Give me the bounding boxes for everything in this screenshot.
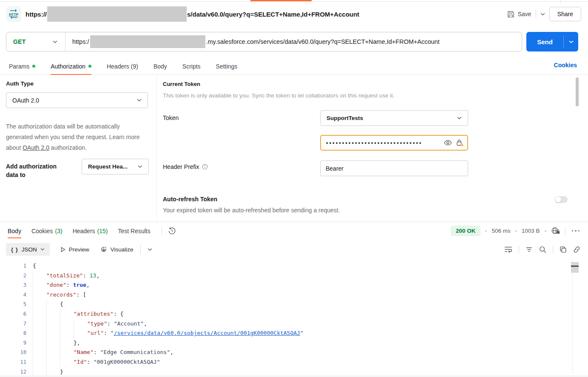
method-selector[interactable]: GET (6, 38, 65, 45)
response-tab-headers[interactable]: Headers (15) (73, 222, 108, 240)
cookies-link[interactable]: Cookies (554, 62, 577, 69)
more-options-icon[interactable] (570, 228, 582, 234)
save-button[interactable]: Save (507, 11, 531, 18)
indent-guide (60, 357, 74, 367)
search-icon[interactable] (539, 246, 546, 253)
url-suffix: .my.salesforce.com/services/data/v60.0/q… (206, 38, 440, 45)
oauth2-link[interactable]: OAuth 2.0 (23, 144, 49, 151)
auth-panel-scrollbar[interactable] (576, 77, 579, 106)
auth-type-select[interactable]: OAuth 2.0 (6, 92, 148, 108)
send-button-group: Send (526, 32, 578, 51)
send-button[interactable]: Send (526, 32, 563, 51)
indent-guide (46, 357, 60, 367)
auto-refresh-label: Auto-refresh Token (163, 196, 217, 203)
auto-refresh-toggle[interactable] (555, 196, 568, 203)
json-token: : (66, 280, 73, 290)
title-protocol: https:// (26, 11, 47, 18)
divider (519, 246, 519, 253)
response-tab-test-results[interactable]: Test Results (118, 222, 150, 240)
toggle-knob (555, 197, 561, 203)
tab-separator (560, 0, 561, 3)
tab-headers[interactable]: Headers (9) (107, 58, 138, 74)
json-token: "records" (46, 290, 76, 300)
response-tab-body[interactable]: Body (8, 222, 21, 240)
network-globe-lock-icon[interactable] (551, 227, 560, 235)
json-token: "attributes" (74, 309, 114, 319)
separator-dot (485, 230, 487, 232)
request-url-input[interactable]: https:/ .my.salesforce.com/services/data… (72, 35, 440, 48)
format-select-json[interactable]: { } JSON (6, 243, 50, 256)
visualize-options-chevron[interactable] (146, 246, 154, 253)
json-token: " (111, 328, 114, 338)
visualize-wand-icon (100, 246, 107, 253)
auto-refresh-description: Your expired token will be auto-refreshe… (163, 207, 340, 214)
status-badge[interactable]: 200 OK (451, 226, 481, 236)
http-method-badge: HTTP (6, 6, 21, 22)
share-button[interactable]: Share (549, 7, 581, 21)
filter-icon[interactable] (526, 246, 533, 253)
indent-guide (74, 328, 87, 338)
auth-type-value: OAuth 2.0 (12, 97, 39, 104)
response-size[interactable]: 1003 B (522, 228, 540, 234)
indent-guide (46, 338, 60, 348)
link-icon[interactable] (573, 246, 580, 253)
json-token: }, (74, 338, 80, 348)
show-token-eye-icon[interactable] (444, 140, 452, 146)
divider (553, 246, 553, 253)
tab-params[interactable]: Params (9, 58, 35, 74)
code-scrollbar-thumb[interactable] (571, 262, 579, 273)
response-tab-cookies[interactable]: Cookies (3) (31, 222, 62, 240)
play-icon (61, 247, 65, 252)
response-body-json[interactable]: 123456789101112 {"totalSize": 13,"done":… (0, 260, 588, 376)
response-time[interactable]: 506 ms (491, 228, 510, 234)
info-icon[interactable] (202, 164, 208, 170)
wrap-text-icon[interactable] (504, 246, 512, 253)
tab-authorization[interactable]: Authorization (51, 58, 91, 74)
current-token-heading: Current Token (163, 81, 200, 87)
copy-icon[interactable] (560, 246, 567, 253)
tab-label: Cookies (31, 228, 53, 234)
line-number-gutter: 123456789101112 (0, 261, 26, 376)
indent-guide (60, 348, 74, 357)
active-tab-indicator (250, 0, 312, 1)
json-token: "Account" (114, 319, 144, 329)
json-token: : (104, 328, 111, 338)
indent-guide (46, 309, 60, 319)
json-url-link[interactable]: /services/data/v60.0/sobjects/Account/00… (114, 328, 300, 338)
json-token: , (86, 280, 90, 290)
json-token: , (170, 348, 173, 357)
separator-dot (515, 230, 517, 232)
auth-description: The authorization data will be automatic… (6, 121, 145, 153)
token-select[interactable]: SupportTests (320, 110, 468, 126)
visualize-button[interactable]: Visualize (100, 246, 134, 253)
code-line: { (33, 300, 575, 309)
header-prefix-row: Header Prefix (163, 163, 208, 170)
send-options-chevron[interactable] (564, 32, 578, 51)
token-lock-warning-icon[interactable] (456, 139, 464, 146)
indent-guide (33, 280, 46, 290)
json-token: : (83, 271, 90, 281)
redacted-host (90, 35, 205, 48)
tab-label: Authorization (51, 63, 85, 70)
tab-scripts[interactable]: Scripts (182, 58, 201, 74)
tab-settings[interactable]: Settings (216, 58, 238, 74)
json-token: : (87, 357, 94, 367)
line-number: 10 (0, 348, 26, 357)
add-auth-data-select[interactable]: Request Hea... (82, 159, 149, 174)
token-label: Token (163, 114, 179, 121)
code-line: "Id": "001gK00000CktA5QAJ" (33, 357, 575, 367)
preview-button[interactable]: Preview (61, 246, 89, 253)
response-history-icon[interactable] (168, 227, 176, 235)
masked-token-field[interactable]: •••••••••••••••••••••••••••••• (320, 135, 468, 151)
header-prefix-input[interactable]: Bearer (320, 160, 468, 176)
format-label: JSON (22, 246, 37, 253)
tab-body[interactable]: Body (153, 58, 167, 74)
tab-label: Headers (9) (107, 63, 138, 70)
chevron-down-icon (138, 165, 142, 168)
tab-label: Headers (73, 228, 95, 234)
token-sync-note: This token is only available to you. Syn… (163, 92, 395, 99)
save-options-chevron[interactable] (540, 13, 545, 16)
json-token: "url" (87, 328, 104, 338)
line-number: 3 (0, 280, 26, 290)
chevron-down-icon (137, 99, 142, 102)
